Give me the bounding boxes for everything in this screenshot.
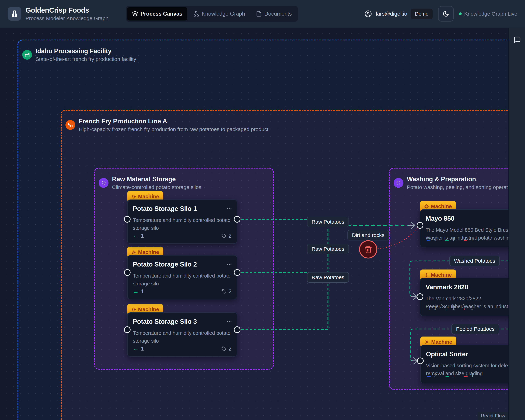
status-dot	[459, 12, 462, 15]
output-handle[interactable]	[234, 326, 240, 333]
brand-block: GoldenCrisp Foods Process Modeler Knowle…	[26, 6, 109, 21]
input-handle[interactable]	[417, 222, 423, 229]
reactflow-attribution[interactable]: React Flow	[478, 411, 508, 420]
node-description: Temperature and humidity controlled pota…	[133, 216, 232, 232]
gear-icon	[424, 273, 429, 277]
user-icon	[365, 10, 372, 18]
building-icon	[10, 10, 19, 18]
theme-toggle-button[interactable]	[438, 6, 454, 21]
gear-icon	[131, 250, 136, 255]
arrow-left-icon	[444, 305, 450, 311]
input-handle[interactable]	[124, 269, 131, 276]
tab-knowledge-graph[interactable]: Knowledge Graph	[188, 7, 250, 20]
node-title: Vanmark 2820	[426, 283, 508, 291]
tag-stat: 2	[221, 346, 232, 352]
incoming-stat: 1	[133, 345, 144, 352]
tab-label: Process Canvas	[141, 11, 183, 17]
node-title: Optical Sorter	[426, 351, 508, 358]
output-handle[interactable]	[234, 216, 240, 223]
main-tab-bar: Process Canvas Knowledge Graph	[126, 6, 298, 22]
gear-icon	[131, 194, 136, 199]
reject-stat: 1	[462, 305, 474, 311]
app-subtitle: Process Modeler Knowledge Graph	[26, 15, 109, 21]
map-pin-icon	[394, 178, 403, 188]
tag-icon	[221, 233, 226, 239]
arrow-right-icon	[426, 236, 431, 243]
node-title: Potato Storage Silo 1	[133, 205, 232, 213]
outgoing-stat: 1	[426, 305, 437, 311]
moon-icon	[443, 10, 449, 17]
flow-canvas[interactable]: Idaho Processing Facility State-of-the-a…	[0, 28, 508, 420]
more-menu-icon[interactable]	[226, 206, 232, 212]
app-window: GoldenCrisp Foods Process Modeler Knowle…	[0, 0, 525, 420]
node-potato-storage-silo-3[interactable]: Potato Storage Silo 3 Temperature and hu…	[127, 312, 237, 357]
input-handle[interactable]	[124, 326, 131, 333]
arrow-left-icon	[133, 232, 139, 239]
tag-icon	[221, 289, 226, 294]
layers-icon	[132, 11, 138, 17]
arrow-left-icon	[444, 236, 450, 243]
node-potato-storage-silo-1[interactable]: Potato Storage Silo 1 Temperature and hu…	[127, 199, 237, 244]
input-handle[interactable]	[417, 357, 424, 364]
delete-edge-button[interactable]	[359, 240, 377, 259]
arrow-left-icon	[133, 288, 139, 295]
outgoing-stat: 4	[426, 236, 437, 243]
factory-icon	[22, 50, 32, 60]
edge-label-raw-potatoes-1[interactable]: Raw Potatoes	[307, 217, 349, 227]
edge-label-raw-potatoes-3[interactable]: Raw Potatoes	[307, 272, 349, 283]
more-menu-icon[interactable]	[226, 319, 232, 325]
arrow-right-icon	[426, 305, 431, 311]
input-handle[interactable]	[124, 216, 131, 223]
tab-documents[interactable]: Documents	[251, 7, 297, 20]
env-badge: Demo	[411, 9, 433, 19]
reject-stat: 1	[462, 236, 474, 243]
trash-icon	[364, 245, 372, 253]
incoming-stat: 1	[444, 372, 455, 379]
incoming-stat: 1	[133, 232, 144, 239]
app-header: GoldenCrisp Foods Process Modeler Knowle…	[0, 0, 525, 28]
tab-label: Knowledge Graph	[202, 11, 245, 17]
group-title: French Fry Production Line A	[79, 118, 268, 125]
edge-label-peeled-potatoes[interactable]: Peeled Potatoes	[451, 324, 499, 334]
app-title: GoldenCrisp Foods	[26, 6, 109, 14]
header-right: lars@digel.io Demo Knowledge Graph Live	[365, 6, 517, 21]
arrow-right-icon	[426, 372, 432, 379]
incoming-stat: 1	[444, 305, 455, 311]
output-handle[interactable]	[234, 269, 240, 276]
gear-icon	[424, 340, 429, 344]
node-mayo-850[interactable]: Mayo 850 The Mayo Model 850 Bed Style Br…	[420, 209, 508, 247]
node-title: Potato Storage Silo 3	[133, 318, 232, 325]
incoming-stat: 1	[444, 236, 455, 243]
input-handle[interactable]	[417, 293, 423, 300]
gear-icon	[131, 307, 136, 312]
group-title: Raw Material Storage	[112, 176, 201, 183]
edge-label-dirt-and-rocks[interactable]: Dirt and rocks	[347, 230, 389, 241]
edge-label-raw-potatoes-2[interactable]: Raw Potatoes	[307, 244, 349, 254]
group-title: Washing & Preparation	[407, 176, 508, 183]
tab-process-canvas[interactable]: Process Canvas	[127, 7, 188, 20]
gear-icon	[424, 204, 429, 209]
tag-stat: 2	[221, 233, 232, 239]
user-email: lars@digel.io	[376, 11, 407, 17]
right-toolbar	[508, 28, 525, 420]
status-label: Knowledge Graph Live	[464, 11, 517, 17]
edge-label-washed-potatoes[interactable]: Washed Potatoes	[450, 256, 500, 266]
node-description: Temperature and humidity controlled pota…	[133, 272, 232, 288]
graph-icon	[193, 11, 199, 17]
group-subtitle: Climate-controlled potato storage silos	[112, 184, 201, 190]
arrow-left-icon	[462, 305, 469, 311]
app-logo	[8, 7, 21, 21]
live-status: Knowledge Graph Live	[459, 11, 517, 17]
node-optical-sorter[interactable]: Optical Sorter Vision-based sorting syst…	[420, 345, 508, 383]
chat-icon[interactable]	[513, 36, 521, 420]
more-menu-icon[interactable]	[226, 261, 232, 267]
tab-label: Documents	[264, 11, 292, 17]
node-potato-storage-silo-2[interactable]: Potato Storage Silo 2 Temperature and hu…	[127, 255, 237, 299]
arrow-left-icon	[133, 345, 139, 352]
node-vanmark-2820[interactable]: Vanmark 2820 The Vanmark 2820/2822 Peele…	[420, 278, 508, 316]
arrow-left-icon	[444, 372, 450, 379]
workflow-icon	[66, 120, 75, 130]
arrow-left-icon	[462, 236, 469, 243]
outgoing-stat: 2	[426, 372, 437, 379]
node-title: Potato Storage Silo 2	[133, 261, 232, 268]
